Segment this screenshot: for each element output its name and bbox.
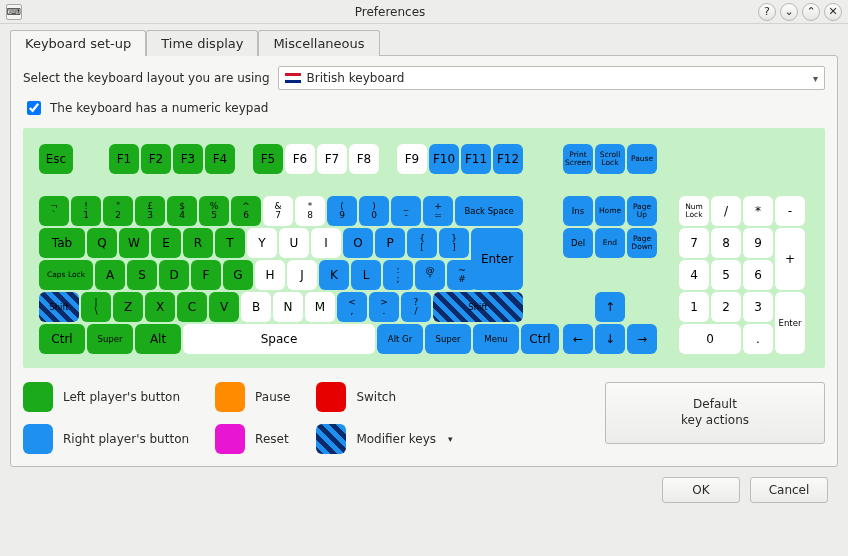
key-l[interactable]: L — [351, 260, 381, 290]
maximize-icon[interactable]: ⌃ — [802, 3, 820, 21]
key-npdiv[interactable]: / — [711, 196, 741, 226]
key-bksp[interactable]: Back Space — [455, 196, 523, 226]
key-rsuper[interactable]: Super — [425, 324, 471, 354]
key-enter[interactable]: Enter — [471, 228, 523, 290]
key-menu[interactable]: Menu — [473, 324, 519, 354]
key-minus[interactable]: _ - — [391, 196, 421, 226]
tab-miscellaneous[interactable]: Miscellaneous — [258, 30, 379, 56]
key-lbr[interactable]: { [ — [407, 228, 437, 258]
key-f5[interactable]: F5 — [253, 144, 283, 174]
layout-select[interactable]: British keyboard ▾ — [278, 66, 825, 90]
key-b[interactable]: B — [241, 292, 271, 322]
key-caps[interactable]: Caps Lock — [39, 260, 93, 290]
numpad-checkbox[interactable] — [27, 101, 41, 115]
key-equals[interactable]: + = — [423, 196, 453, 226]
key-n6[interactable]: ^ 6 — [231, 196, 261, 226]
key-k[interactable]: K — [319, 260, 349, 290]
key-np1[interactable]: 1 — [679, 292, 709, 322]
key-n0[interactable]: ) 0 — [359, 196, 389, 226]
key-rbr[interactable]: } ] — [439, 228, 469, 258]
key-down[interactable]: ↓ — [595, 324, 625, 354]
key-lctrl[interactable]: Ctrl — [39, 324, 85, 354]
key-g[interactable]: G — [223, 260, 253, 290]
key-h[interactable]: H — [255, 260, 285, 290]
key-o[interactable]: O — [343, 228, 373, 258]
key-n7[interactable]: & 7 — [263, 196, 293, 226]
key-q[interactable]: Q — [87, 228, 117, 258]
close-icon[interactable]: ✕ — [824, 3, 842, 21]
key-f3[interactable]: F3 — [173, 144, 203, 174]
key-r[interactable]: R — [183, 228, 213, 258]
key-npdot[interactable]: . — [743, 324, 773, 354]
key-s[interactable]: S — [127, 260, 157, 290]
key-f9[interactable]: F9 — [397, 144, 427, 174]
key-npminus[interactable]: - — [775, 196, 805, 226]
key-a[interactable]: A — [95, 260, 125, 290]
key-e[interactable]: E — [151, 228, 181, 258]
key-n5[interactable]: % 5 — [199, 196, 229, 226]
key-left[interactable]: ← — [563, 324, 593, 354]
key-numlk[interactable]: Num Lock — [679, 196, 709, 226]
key-np3[interactable]: 3 — [743, 292, 773, 322]
key-u[interactable]: U — [279, 228, 309, 258]
key-lshift[interactable]: Shift — [39, 292, 79, 322]
key-backtick[interactable]: ¬ ` — [39, 196, 69, 226]
key-f8[interactable]: F8 — [349, 144, 379, 174]
key-n3[interactable]: £ 3 — [135, 196, 165, 226]
key-npenter[interactable]: Enter — [775, 292, 805, 354]
tab-time-display[interactable]: Time display — [146, 30, 258, 56]
key-np2[interactable]: 2 — [711, 292, 741, 322]
key-pgdn[interactable]: Page Down — [627, 228, 657, 258]
key-lalt[interactable]: Alt — [135, 324, 181, 354]
key-del[interactable]: Del — [563, 228, 593, 258]
key-f4[interactable]: F4 — [205, 144, 235, 174]
key-npmul[interactable]: * — [743, 196, 773, 226]
key-f2[interactable]: F2 — [141, 144, 171, 174]
key-p[interactable]: P — [375, 228, 405, 258]
key-t[interactable]: T — [215, 228, 245, 258]
key-rshift[interactable]: Shift — [433, 292, 523, 322]
key-up[interactable]: ↑ — [595, 292, 625, 322]
help-icon[interactable]: ? — [758, 3, 776, 21]
key-f12[interactable]: F12 — [493, 144, 523, 174]
key-x[interactable]: X — [145, 292, 175, 322]
key-end[interactable]: End — [595, 228, 625, 258]
key-m[interactable]: M — [305, 292, 335, 322]
key-f[interactable]: F — [191, 260, 221, 290]
default-key-actions-button[interactable]: Default key actions — [605, 382, 825, 444]
key-n4[interactable]: $ 4 — [167, 196, 197, 226]
key-np8[interactable]: 8 — [711, 228, 741, 258]
key-space[interactable]: Space — [183, 324, 375, 354]
key-i[interactable]: I — [311, 228, 341, 258]
key-f6[interactable]: F6 — [285, 144, 315, 174]
key-npplus[interactable]: + — [775, 228, 805, 290]
key-j[interactable]: J — [287, 260, 317, 290]
key-rctrl[interactable]: Ctrl — [521, 324, 559, 354]
numpad-checkbox-row[interactable]: The keyboard has a numeric keypad — [23, 98, 825, 118]
key-v[interactable]: V — [209, 292, 239, 322]
key-f7[interactable]: F7 — [317, 144, 347, 174]
key-n[interactable]: N — [273, 292, 303, 322]
key-ins[interactable]: Ins — [563, 196, 593, 226]
key-right[interactable]: → — [627, 324, 657, 354]
key-w[interactable]: W — [119, 228, 149, 258]
key-lsuper[interactable]: Super — [87, 324, 133, 354]
key-f1[interactable]: F1 — [109, 144, 139, 174]
key-tab[interactable]: Tab — [39, 228, 85, 258]
key-f11[interactable]: F11 — [461, 144, 491, 174]
key-d[interactable]: D — [159, 260, 189, 290]
key-prtsc[interactable]: Print Screen — [563, 144, 593, 174]
key-esc[interactable]: Esc — [39, 144, 73, 174]
key-f10[interactable]: F10 — [429, 144, 459, 174]
key-n1[interactable]: ! 1 — [71, 196, 101, 226]
key-np5[interactable]: 5 — [711, 260, 741, 290]
key-semi[interactable]: : ; — [383, 260, 413, 290]
tab-keyboard-setup[interactable]: Keyboard set-up — [10, 30, 146, 56]
key-np7[interactable]: 7 — [679, 228, 709, 258]
key-c[interactable]: C — [177, 292, 207, 322]
key-slash[interactable]: ? / — [401, 292, 431, 322]
key-pgup[interactable]: Page Up — [627, 196, 657, 226]
legend-dropdown-icon[interactable]: ▾ — [448, 434, 453, 444]
key-bslash[interactable]: | \ — [81, 292, 111, 322]
key-comma[interactable]: < , — [337, 292, 367, 322]
